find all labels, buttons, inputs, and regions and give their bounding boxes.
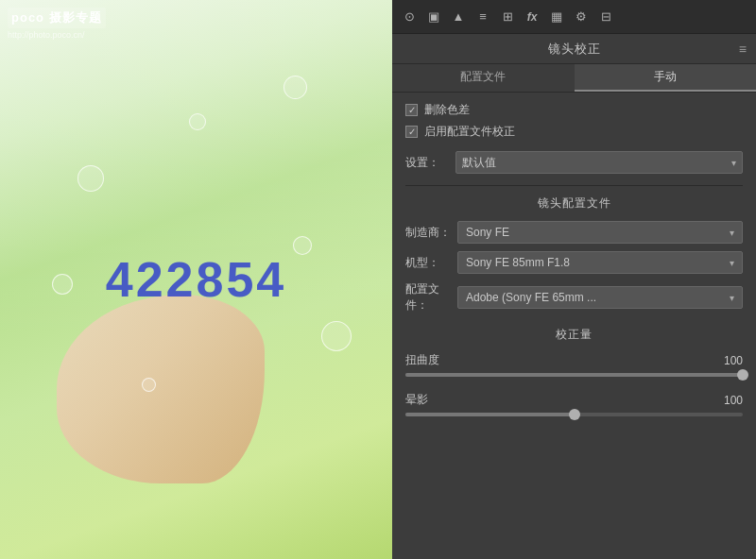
tabs-row: 配置文件 手动 bbox=[392, 64, 756, 93]
panel-content: 删除色差 启用配置文件校正 设置： 默认值 ▾ 镜头配置文件 制造商： Sony… bbox=[392, 93, 756, 559]
tool-icon-3[interactable]: ▲ bbox=[449, 8, 468, 26]
bubble-6 bbox=[142, 378, 156, 392]
bubble-7 bbox=[284, 76, 307, 99]
profile-label: 配置文件： bbox=[405, 281, 457, 313]
vignetting-row: 晕影 100 bbox=[405, 392, 743, 416]
vignetting-value: 100 bbox=[716, 394, 743, 407]
profile-arrow-icon: ▾ bbox=[730, 293, 734, 303]
make-select[interactable]: Sony FE ▾ bbox=[457, 221, 743, 244]
enable-profile-label: 启用配置文件校正 bbox=[424, 124, 515, 140]
settings-arrow-icon: ▾ bbox=[731, 158, 736, 168]
watermark: poco 摄影专题 http://photo.poco.cn/ bbox=[8, 8, 106, 42]
correction-title: 校正量 bbox=[405, 327, 743, 343]
divider-1 bbox=[405, 185, 743, 186]
model-value: Sony FE 85mm F1.8 bbox=[466, 256, 570, 269]
vignetting-header: 晕影 100 bbox=[405, 392, 743, 408]
setting-row: 设置： 默认值 ▾ bbox=[405, 151, 743, 174]
setting-label: 设置： bbox=[405, 155, 448, 171]
photo-panel: poco 摄影专题 http://photo.poco.cn/ 422854 bbox=[0, 0, 392, 559]
tool-icon-7[interactable]: ⚙ bbox=[572, 8, 591, 26]
model-select[interactable]: Sony FE 85mm F1.8 ▾ bbox=[457, 251, 743, 274]
right-panel: ⊙ ▣ ▲ ≡ ⊞ fx ▦ ⚙ ⊟ 镜头校正 ≡ 配置文件 手动 删除色差 启… bbox=[392, 0, 756, 559]
bubble-1 bbox=[77, 165, 104, 192]
correction-section: 校正量 扭曲度 100 晕影 100 bbox=[405, 327, 743, 416]
distortion-thumb[interactable] bbox=[737, 369, 748, 381]
checkbox-group: 删除色差 启用配置文件校正 bbox=[405, 102, 743, 140]
tool-icon-2[interactable]: ▣ bbox=[424, 8, 443, 26]
tool-icon-8[interactable]: ⊟ bbox=[596, 8, 615, 26]
stamp-number: 422854 bbox=[106, 251, 287, 308]
panel-menu-icon[interactable]: ≡ bbox=[739, 42, 747, 57]
lens-profile-title: 镜头配置文件 bbox=[405, 195, 743, 212]
remove-ca-row: 删除色差 bbox=[405, 102, 743, 118]
profile-value: Adobe (Sony FE 65mm ... bbox=[466, 291, 596, 304]
vignetting-track[interactable] bbox=[405, 413, 743, 416]
panel-header: 镜头校正 ≡ bbox=[392, 34, 756, 64]
make-row: 制造商： Sony FE ▾ bbox=[405, 221, 743, 244]
model-arrow-icon: ▾ bbox=[730, 258, 734, 268]
tool-icon-fx[interactable]: fx bbox=[523, 8, 541, 26]
remove-ca-checkbox[interactable] bbox=[405, 104, 418, 116]
photo-background: poco 摄影专题 http://photo.poco.cn/ 422854 bbox=[0, 0, 392, 559]
tool-icon-5[interactable]: ⊞ bbox=[498, 8, 517, 26]
distortion-label: 扭曲度 bbox=[405, 352, 439, 368]
tool-icon-4[interactable]: ≡ bbox=[473, 8, 492, 26]
vignetting-fill bbox=[405, 413, 575, 416]
tool-icon-1[interactable]: ⊙ bbox=[400, 8, 419, 26]
vignetting-label: 晕影 bbox=[405, 392, 428, 408]
model-row: 机型： Sony FE 85mm F1.8 ▾ bbox=[405, 251, 743, 274]
vignetting-thumb[interactable] bbox=[569, 409, 580, 420]
tab-manual[interactable]: 手动 bbox=[575, 64, 757, 92]
distortion-header: 扭曲度 100 bbox=[405, 352, 743, 368]
tab-profile[interactable]: 配置文件 bbox=[392, 64, 575, 92]
make-arrow-icon: ▾ bbox=[730, 228, 734, 238]
bubble-2 bbox=[52, 274, 73, 295]
bubble-4 bbox=[189, 113, 206, 130]
distortion-track[interactable] bbox=[405, 373, 743, 377]
enable-profile-row: 启用配置文件校正 bbox=[405, 124, 743, 140]
make-label: 制造商： bbox=[405, 225, 457, 241]
bubble-3 bbox=[321, 321, 352, 351]
model-label: 机型： bbox=[405, 255, 457, 271]
distortion-value: 100 bbox=[716, 354, 743, 367]
make-value: Sony FE bbox=[466, 226, 509, 239]
bubble-5 bbox=[293, 236, 312, 255]
remove-ca-label: 删除色差 bbox=[424, 102, 470, 118]
profile-select[interactable]: Adobe (Sony FE 65mm ... ▾ bbox=[457, 286, 743, 309]
settings-value: 默认值 bbox=[462, 155, 496, 171]
watermark-url: http://photo.poco.cn/ bbox=[8, 29, 106, 42]
distortion-row: 扭曲度 100 bbox=[405, 352, 743, 377]
toolbar: ⊙ ▣ ▲ ≡ ⊞ fx ▦ ⚙ ⊟ bbox=[392, 0, 756, 34]
enable-profile-checkbox[interactable] bbox=[405, 126, 418, 138]
distortion-fill bbox=[405, 373, 743, 377]
settings-select[interactable]: 默认值 ▾ bbox=[455, 151, 743, 174]
poco-logo: poco 摄影专题 bbox=[8, 8, 106, 28]
tool-icon-6[interactable]: ▦ bbox=[547, 8, 566, 26]
panel-title: 镜头校正 bbox=[548, 41, 601, 58]
profile-row: 配置文件： Adobe (Sony FE 65mm ... ▾ bbox=[405, 281, 743, 313]
